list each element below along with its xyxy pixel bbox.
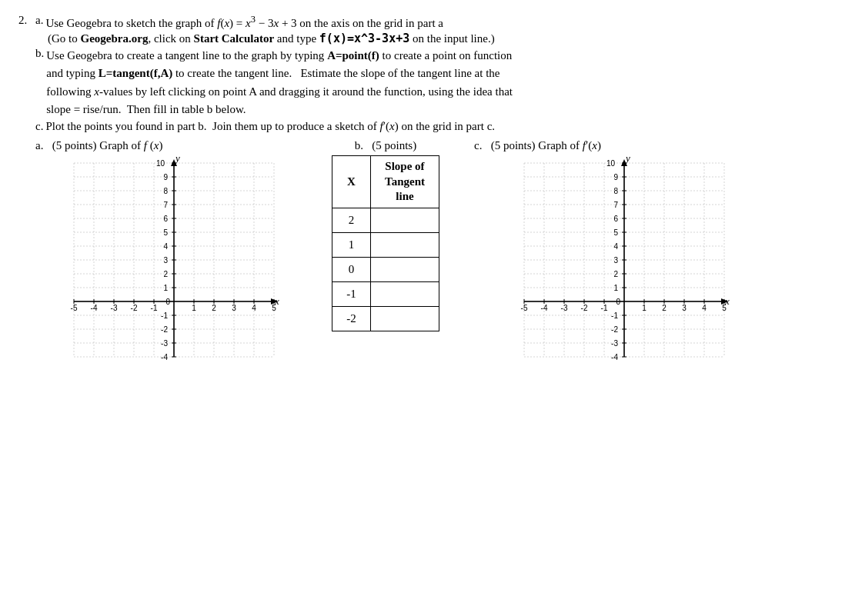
part-c-label: c. (35, 120, 43, 133)
graph-a-y-label: y (174, 155, 180, 164)
part-b-text: Use Geogebra to create a tangent line to… (46, 47, 513, 118)
tick-yn4: -4 (161, 353, 168, 361)
x-val-n1: -1 (332, 281, 371, 306)
tick-y4: 4 (163, 242, 168, 251)
tick-yn1: -1 (161, 311, 168, 320)
tick-y8: 8 (163, 187, 168, 195)
c-tick-x4: 4 (702, 304, 707, 312)
tick-xn4: -4 (91, 304, 98, 312)
graph-c-y-label: y (624, 155, 630, 164)
tick-y7: 7 (163, 201, 168, 209)
heading-c: c. (5 points) Graph of f′(x) (474, 139, 759, 152)
tick-y10: 10 (156, 159, 165, 168)
c-tick-x2: 2 (662, 304, 667, 312)
part-a-text: Use Geogebra to sketch the graph of f(x)… (45, 14, 443, 30)
c-tick-x5: 5 (722, 304, 727, 312)
c-tick-yn4: -4 (611, 353, 618, 361)
slope-val-1[interactable] (371, 232, 439, 257)
heading-b-text: b. (5 points) (355, 139, 416, 152)
problem-number: 2. (18, 14, 32, 27)
graph-c: y x 10 9 8 7 6 5 4 3 2 1 0 -1 (501, 155, 732, 378)
part-a-label: a. (35, 14, 43, 27)
slope-val-n1[interactable] (371, 281, 439, 306)
c-tick-xn1: -1 (601, 304, 608, 312)
tick-x2: 2 (212, 304, 216, 312)
tick-x5: 5 (272, 304, 276, 312)
c-tick-xn2: -2 (581, 304, 588, 312)
tick-xn5: -5 (71, 304, 78, 312)
col-x-header: X (332, 156, 371, 208)
c-tick-y5: 5 (613, 228, 618, 237)
c-tick-yn2: -2 (611, 325, 618, 334)
tick-yn3: -3 (161, 339, 168, 348)
x-val-2: 2 (332, 208, 371, 232)
tick-x3: 3 (232, 304, 236, 312)
heading-a: a. (5 points) Graph of f (x) (35, 139, 297, 152)
c-tick-x3: 3 (682, 304, 687, 312)
main-columns: y x 10 9 8 7 6 5 4 3 2 1 0 -1 (35, 155, 844, 378)
table-row-n1: -1 (332, 281, 439, 306)
table-row-2: 2 (332, 208, 439, 232)
problem-content: a. Use Geogebra to sketch the graph of f… (35, 14, 844, 378)
tick-x4: 4 (252, 304, 256, 312)
part-a-instruction: a. Use Geogebra to sketch the graph of f… (35, 14, 844, 30)
tick-xn1: -1 (151, 304, 158, 312)
c-tick-x1: 1 (642, 304, 646, 312)
slope-header-line2: Tangent (385, 175, 425, 188)
part-c-text: Plot the points you found in part b. Joi… (45, 120, 495, 133)
c-tick-y6: 6 (613, 215, 618, 223)
c-tick-y1: 1 (613, 284, 618, 292)
slope-header-line1: Slope of (385, 160, 424, 172)
c-tick-y4: 4 (613, 242, 618, 251)
table-row-n2: -2 (332, 306, 439, 331)
c-tick-y10: 10 (606, 159, 616, 168)
tick-y0: 0 (165, 298, 170, 306)
c-tick-y8: 8 (613, 187, 618, 195)
heading-c-text: c. (5 points) Graph of f′(x) (474, 139, 601, 152)
data-table: X Slope of Tangent line 2 (332, 155, 439, 331)
tick-yn2: -2 (161, 325, 168, 334)
x-val-0: 0 (332, 257, 371, 281)
tick-xn3: -3 (111, 304, 118, 312)
table-row-0: 0 (332, 257, 439, 281)
graph-a-container: y x 10 9 8 7 6 5 4 3 2 1 0 -1 (35, 155, 297, 378)
c-tick-xn3: -3 (561, 304, 568, 312)
part-b-table-container: X Slope of Tangent line 2 (297, 155, 474, 331)
c-tick-y7: 7 (613, 201, 618, 209)
problem-row: 2. a. Use Geogebra to sketch the graph o… (18, 14, 844, 378)
col-slope-header: Slope of Tangent line (371, 156, 439, 208)
table-row-1: 1 (332, 232, 439, 257)
c-tick-y3: 3 (613, 256, 618, 265)
part-a-sub-text: (Go to Geogebra.org, click on Start Calc… (48, 32, 495, 45)
part-headings-row: a. (5 points) Graph of f (x) b. (5 point… (35, 139, 844, 152)
x-val-n2: -2 (332, 306, 371, 331)
heading-a-text: a. (5 points) Graph of f (x) (35, 139, 162, 152)
tick-y2: 2 (163, 270, 168, 278)
heading-b: b. (5 points) (297, 139, 474, 152)
graph-c-container: y x 10 9 8 7 6 5 4 3 2 1 0 -1 (474, 155, 759, 378)
c-tick-xn4: -4 (541, 304, 548, 312)
tick-xn2: -2 (131, 304, 138, 312)
tick-x1: 1 (192, 304, 196, 312)
slope-val-0[interactable] (371, 257, 439, 281)
c-tick-xn5: -5 (521, 304, 528, 312)
x-val-1: 1 (332, 232, 371, 257)
part-c-instruction: c. Plot the points you found in part b. … (35, 120, 844, 133)
tick-y6: 6 (163, 215, 168, 223)
c-tick-yn3: -3 (611, 339, 618, 348)
c-tick-y9: 9 (613, 173, 618, 181)
slope-header-line3: line (396, 190, 413, 202)
c-tick-yn1: -1 (611, 311, 618, 320)
problem-section: 2. a. Use Geogebra to sketch the graph o… (18, 14, 844, 378)
slope-val-2[interactable] (371, 208, 439, 232)
tick-y1: 1 (163, 284, 168, 292)
part-a-sub: (Go to Geogebra.org, click on Start Calc… (48, 32, 844, 45)
c-tick-y0: 0 (616, 298, 620, 306)
slope-val-n2[interactable] (371, 306, 439, 331)
part-b-label: b. (35, 47, 44, 60)
tick-y9: 9 (163, 173, 168, 181)
c-tick-y2: 2 (613, 270, 618, 278)
tick-y3: 3 (163, 256, 168, 265)
tick-y5: 5 (163, 228, 168, 237)
graph-a: y x 10 9 8 7 6 5 4 3 2 1 0 -1 (51, 155, 282, 378)
